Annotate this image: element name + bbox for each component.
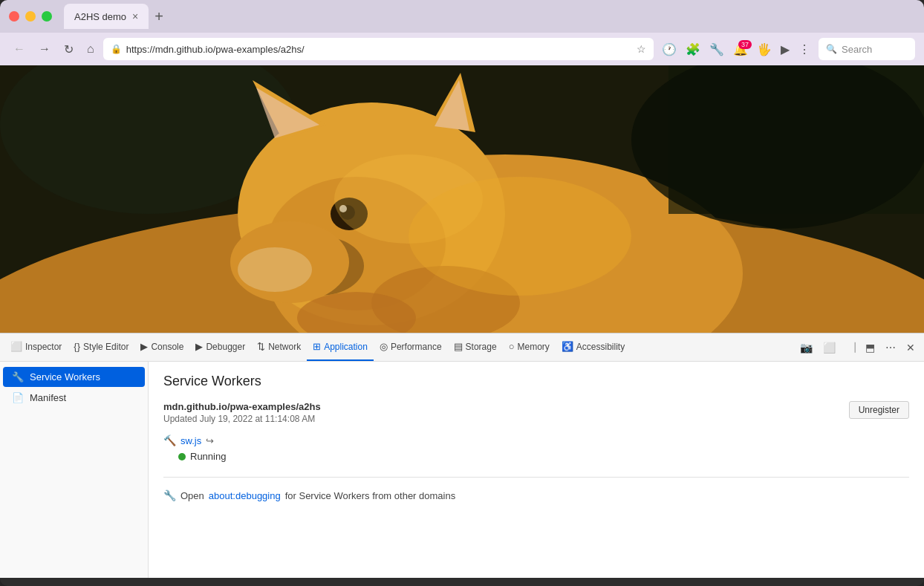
sw-arrow-icon: ↪ [206,435,214,446]
application-icon: ⊞ [313,341,321,352]
search-icon: 🔍 [826,44,837,54]
running-status-dot [178,453,186,460]
maximize-button[interactable] [42,11,52,22]
lock-icon: 🔒 [111,44,122,54]
tab-performance[interactable]: ◎ Performance [374,333,448,361]
tab-accessibility[interactable]: ♿ Accessibility [556,333,631,361]
svg-point-16 [238,247,312,292]
wrench-icon: 🔧 [163,489,176,501]
network-icon: ⇅ [257,341,265,352]
back-button[interactable]: ← [9,39,30,59]
tab-close-icon[interactable]: × [132,11,138,22]
devtools-sidebar: 🔧 Service Workers 📄 Manifest [0,362,149,578]
reload-button[interactable]: ↻ [59,39,78,59]
sw-debug-suffix: for Service Workers from other domains [285,490,456,501]
sw-divider [163,477,909,478]
search-placeholder: Search [842,44,872,55]
sw-debug-link[interactable]: about:debugging [209,490,281,501]
devtools-toolbar: ⬜ Inspector {} Style Editor ▶ Console ▶ … [0,333,924,362]
tab-network[interactable]: ⇅ Network [251,333,307,361]
sidebar-item-manifest[interactable]: 📄 Manifest [3,388,145,408]
tab-debugger[interactable]: ▶ Debugger [189,333,251,361]
svg-point-20 [409,177,631,296]
hero-image [0,65,924,333]
accessibility-icon: ♿ [562,341,573,352]
devtools-close-button[interactable]: ✕ [902,339,920,357]
address-bar[interactable]: 🔒 https://mdn.github.io/pwa-examples/a2h… [103,38,654,60]
active-tab[interactable]: A2HS demo × [64,4,149,29]
hammer-icon: 🔨 [163,434,176,446]
dock-button[interactable]: ⬒ [861,339,879,357]
console-icon: ▶ [140,341,148,352]
close-button[interactable] [9,11,19,22]
manifest-icon: 📄 [12,392,24,403]
split-button[interactable]: ⎹ [842,338,859,357]
fox-illustration [0,65,924,333]
bookmark-icon: ☆ [637,43,646,55]
style-editor-icon: {} [74,341,80,352]
url-text: https://mdn.github.io/pwa-examples/a2hs/ [126,44,632,55]
sidebar-service-workers-label: Service Workers [30,371,100,382]
minimize-button[interactable] [25,11,36,22]
sw-domain: mdn.github.io/pwa-examples/a2hs [163,401,849,412]
sw-debug-row: 🔧 Open about:debugging for Service Worke… [163,489,909,501]
screenshot-button[interactable]: 📷 [796,339,817,357]
devtools-right-buttons: 📷 ⬜ ⎹ ⬒ ⋯ ✕ [796,333,920,361]
sw-updated: Updated July 19, 2022 at 11:14:08 AM [163,414,849,424]
memory-icon: ○ [509,341,515,352]
nav-icons: 🕐 🧩 🔧 🔔 37 🖐 ▶ ⋮ [658,40,814,59]
sw-file-row: 🔨 sw.js ↪ [163,434,909,446]
tab-application[interactable]: ⊞ Application [307,333,374,361]
service-workers-title: Service Workers [163,374,909,389]
window-controls [9,11,52,22]
more-devtools-button[interactable]: ⋯ [881,339,900,357]
tab-inspector[interactable]: ⬜ Inspector [4,333,68,361]
tools-button[interactable]: 🔧 [706,40,728,59]
sw-file-link[interactable]: sw.js [180,435,201,446]
debugger-icon: ▶ [195,341,203,352]
reader-button[interactable]: ▶ [777,40,793,59]
history-button[interactable]: 🕐 [658,40,680,59]
notification-badge: 37 [738,40,752,49]
sw-domain-block: mdn.github.io/pwa-examples/a2hs Updated … [163,401,849,432]
forward-button[interactable]: → [34,39,55,59]
page-content: ⬜ Inspector {} Style Editor ▶ Console ▶ … [0,65,924,586]
service-workers-icon: 🔧 [12,371,24,382]
browser-window: A2HS demo × + ← → ↻ ⌂ 🔒 https://mdn.gith… [0,0,924,586]
title-bar: A2HS demo × + [0,0,924,33]
devtools-panel: ⬜ Inspector {} Style Editor ▶ Console ▶ … [0,333,924,578]
tab-bar: A2HS demo × + [64,4,915,29]
nav-bar: ← → ↻ ⌂ 🔒 https://mdn.github.io/pwa-exam… [0,33,924,65]
storage-icon: ▤ [454,341,463,352]
home-button[interactable]: ⌂ [82,39,99,59]
devtools-body: 🔧 Service Workers 📄 Manifest Service Wor… [0,362,924,578]
sw-debug-prefix: Open [180,490,204,501]
sw-header-row: mdn.github.io/pwa-examples/a2hs Updated … [163,401,909,432]
tab-title: A2HS demo [74,11,126,22]
tab-console[interactable]: ▶ Console [134,333,189,361]
devtools-main-panel: Service Workers mdn.github.io/pwa-exampl… [149,362,924,578]
search-bar[interactable]: 🔍 Search [819,38,915,60]
tab-memory[interactable]: ○ Memory [503,333,556,361]
unregister-button[interactable]: Unregister [849,401,909,419]
inspector-icon: ⬜ [10,341,22,352]
tab-storage[interactable]: ▤ Storage [448,333,503,361]
sidebar-manifest-label: Manifest [30,392,66,403]
more-button[interactable]: ⋮ [795,40,814,59]
performance-icon: ◎ [380,341,388,352]
extensions-button[interactable]: 🧩 [682,40,704,59]
sw-status-row: Running [178,451,909,462]
responsive-button[interactable]: ⬜ [819,339,840,357]
sw-running-label: Running [190,451,226,462]
notifications-button[interactable]: 🔔 37 [729,40,752,59]
profile-button[interactable]: 🖐 [753,40,775,59]
new-tab-button[interactable]: + [154,9,163,24]
tab-style-editor[interactable]: {} Style Editor [68,333,134,361]
sidebar-item-service-workers[interactable]: 🔧 Service Workers [3,367,145,387]
